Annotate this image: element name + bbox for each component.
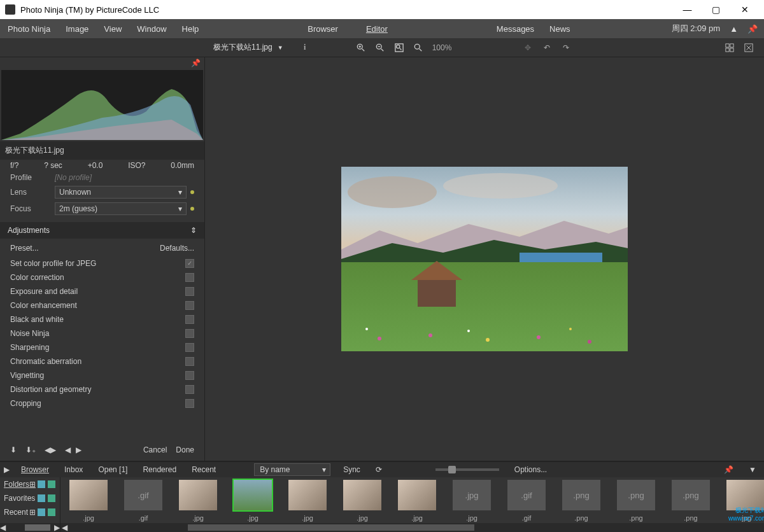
menu-window[interactable]: Window xyxy=(129,19,174,38)
zoom-value[interactable]: 100% xyxy=(428,39,456,57)
thumbnail-image[interactable]: .png xyxy=(562,480,600,510)
browser-tab-recent[interactable]: Recent xyxy=(184,465,223,474)
prev-button[interactable]: ◀ xyxy=(65,445,71,454)
sync-button[interactable]: Sync xyxy=(336,465,368,474)
adjustment-noise-ninja[interactable]: Noise Ninja xyxy=(0,326,204,340)
browser-expand-icon[interactable]: ▶ xyxy=(4,465,10,474)
adjustment-exposure-and-detail[interactable]: Exposure and detail xyxy=(0,284,204,298)
adjustment-checkbox[interactable] xyxy=(185,329,194,338)
thumbnail-item[interactable]: .jpg xyxy=(341,480,384,523)
adjustment-checkbox[interactable] xyxy=(185,371,194,380)
zoom-in-button[interactable] xyxy=(352,39,370,57)
thumbnail-image[interactable]: .gif xyxy=(507,480,546,510)
thumbnail-image[interactable] xyxy=(179,480,217,510)
thumbnail-image[interactable] xyxy=(398,480,436,510)
browser-tab-inbox[interactable]: Inbox xyxy=(57,465,90,474)
defaults-button[interactable]: Defaults... xyxy=(160,244,194,253)
favorites-row[interactable]: Favorites xyxy=(0,491,60,505)
options-button[interactable]: Options... xyxy=(507,465,555,474)
messages-link[interactable]: Messages xyxy=(489,19,542,38)
adjustment-checkbox[interactable] xyxy=(185,259,194,268)
panel-pin-icon[interactable]: 📌 xyxy=(191,59,201,67)
pan-tool-button[interactable]: ✥ xyxy=(519,39,537,57)
thumbnail-item[interactable]: .jpg xyxy=(395,480,439,523)
browser-collapse-icon[interactable]: ▼ xyxy=(741,465,764,474)
thumbnail-image[interactable] xyxy=(288,480,327,510)
close-button[interactable]: ✕ xyxy=(730,0,759,19)
maximize-button[interactable]: ▢ xyxy=(702,0,730,19)
browser-tab-browser[interactable]: Browser xyxy=(13,465,57,474)
info-button[interactable]: i xyxy=(296,39,314,57)
thumbnail-image[interactable]: .gif xyxy=(124,480,162,510)
image-canvas[interactable] xyxy=(205,57,764,461)
thumbnail-item[interactable]: .jpg.jpg xyxy=(450,480,493,523)
save-down-button[interactable]: ⬇ xyxy=(10,445,17,454)
adjustment-checkbox[interactable] xyxy=(185,357,194,366)
minimize-button[interactable]: — xyxy=(673,0,702,19)
menu-help[interactable]: Help xyxy=(174,19,207,38)
mode-editor[interactable]: Editor xyxy=(358,24,395,34)
next-button[interactable]: ▶ xyxy=(76,445,81,454)
thumbnail-item[interactable]: .png.png xyxy=(614,480,658,523)
done-button[interactable]: Done xyxy=(176,445,194,454)
thumbnail-item[interactable]: .gif.gif xyxy=(122,480,165,523)
thumbnail-image[interactable]: .jpg xyxy=(453,480,491,510)
thumbnail-image[interactable]: .png xyxy=(672,480,710,510)
adjustment-checkbox[interactable] xyxy=(185,385,194,394)
thumbnail-item[interactable]: .png.png xyxy=(669,480,712,523)
adjustment-black-and-white[interactable]: Black and white xyxy=(0,312,204,326)
news-link[interactable]: News xyxy=(542,19,578,38)
focus-dropdown[interactable]: 2m (guess)▾ xyxy=(55,202,187,215)
lens-dropdown[interactable]: Unknown▾ xyxy=(55,186,187,199)
collapse-up-icon[interactable]: ▲ xyxy=(730,24,738,34)
menu-view[interactable]: View xyxy=(96,19,129,38)
thumb-hscroll[interactable]: ◀ ▶ xyxy=(60,523,764,532)
adjustment-color-correction[interactable]: Color correction xyxy=(0,270,204,284)
browser-tab-rendered[interactable]: Rendered xyxy=(135,465,184,474)
adjustment-cropping[interactable]: Cropping xyxy=(0,396,204,410)
close-view-button[interactable] xyxy=(740,39,758,57)
redo-button[interactable]: ↷ xyxy=(557,39,575,57)
file-dropdown[interactable]: 极光下载站11.jpg ▼ xyxy=(213,42,283,53)
thumb-size-slider[interactable] xyxy=(435,468,499,471)
thumbnail-image[interactable] xyxy=(343,480,381,510)
thumbnail-image[interactable] xyxy=(234,480,272,510)
swap-button[interactable]: ◀▶ xyxy=(45,445,56,454)
adjustment-distortion-and-geometry[interactable]: Distortion and geometry xyxy=(0,382,204,396)
recent-row[interactable]: Recent ⊞ xyxy=(0,505,60,519)
preset-button[interactable]: Preset... xyxy=(10,244,39,253)
grid-view-button[interactable] xyxy=(721,39,739,57)
adjustment-checkbox[interactable] xyxy=(185,399,194,408)
pin-icon[interactable]: 📌 xyxy=(747,24,758,34)
adjustment-checkbox[interactable] xyxy=(185,315,194,324)
thumbnail-item[interactable]: .jpg xyxy=(231,480,274,523)
zoom-fit-button[interactable] xyxy=(390,39,408,57)
adjustment-chromatic-aberration[interactable]: Chromatic aberration xyxy=(0,354,204,368)
thumbnail-image[interactable] xyxy=(69,480,108,510)
adjustment-set-color-profile-for-jpeg[interactable]: Set color profile for JPEG xyxy=(0,256,204,270)
menu-photo-ninja[interactable]: Photo Ninja xyxy=(0,19,58,38)
save-down-alt-button[interactable]: ⬇₊ xyxy=(25,445,36,454)
adjustment-checkbox[interactable] xyxy=(185,343,194,352)
thumbnail-item[interactable]: .gif.gif xyxy=(505,480,548,523)
adjustment-vignetting[interactable]: Vignetting xyxy=(0,368,204,382)
adjustment-checkbox[interactable] xyxy=(185,287,194,296)
refresh-icon[interactable]: ⟳ xyxy=(368,465,390,474)
adjustment-checkbox[interactable] xyxy=(185,301,194,310)
folder-hscroll[interactable]: ◀▶ xyxy=(0,523,60,532)
thumbnail-image[interactable]: .png xyxy=(617,480,655,510)
folders-row[interactable]: Folders ⊞ xyxy=(0,477,60,491)
cancel-button[interactable]: Cancel xyxy=(143,445,167,454)
zoom-out-button[interactable] xyxy=(371,39,389,57)
sort-dropdown[interactable]: By name xyxy=(254,463,330,476)
adjustment-color-enhancement[interactable]: Color enhancement xyxy=(0,298,204,312)
adjustment-sharpening[interactable]: Sharpening xyxy=(0,340,204,354)
adjustments-header[interactable]: Adjustments ⇕ xyxy=(0,222,204,239)
menu-image[interactable]: Image xyxy=(58,19,96,38)
thumbnail-item[interactable]: .png.png xyxy=(560,480,603,523)
thumbnail-item[interactable]: .jpg xyxy=(176,480,220,523)
browser-pin-icon[interactable]: 📌 xyxy=(716,465,741,474)
thumbnail-item[interactable]: .jpg xyxy=(67,480,110,523)
browser-tab-open[interactable]: Open [1] xyxy=(90,465,135,474)
thumbnail-item[interactable]: .jpg xyxy=(286,480,329,523)
